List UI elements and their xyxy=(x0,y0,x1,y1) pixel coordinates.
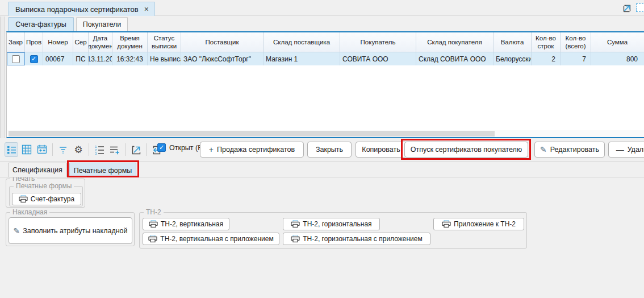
app-window: Выписка подарочных сертификатов × Счета-… xyxy=(0,0,644,298)
cell-buyer[interactable]: СОВИТА ООО xyxy=(340,52,416,65)
col-qty-total[interactable]: Кол-во (всего) xyxy=(561,32,591,52)
pencil-icon: ✎ xyxy=(13,227,20,235)
tn2-group: ТН-2 ТН-2, вертикальная ТН-2, горизонтал… xyxy=(139,212,527,249)
col-currency[interactable]: Валюта xyxy=(494,32,532,52)
float-window-icon[interactable] xyxy=(636,3,644,12)
table-row[interactable]: ✓ 00067 ПС 13.11.20 16:32:43 Не выписана… xyxy=(7,52,644,65)
filter-icon[interactable] xyxy=(56,142,70,157)
button-label: ТН-2, горизонтальная xyxy=(303,220,371,228)
tn2-horizontal-appendix-button[interactable]: ТН-2, горизонтальная с приложением xyxy=(283,233,430,245)
close-icon[interactable]: × xyxy=(144,5,149,13)
col-rows-count[interactable]: Кол-во строк xyxy=(532,32,561,52)
button-label: ТН-2, горизонтальная с приложением xyxy=(303,235,422,243)
col-buyer-warehouse[interactable]: Склад покупателя xyxy=(416,32,494,52)
fill-waybill-attributes-button[interactable]: ✎ Заполнить атрибуты накладной xyxy=(9,217,132,244)
col-date[interactable]: Дата докумен xyxy=(89,32,112,52)
toolbar: ⚙ 1 2 3 xyxy=(0,138,644,161)
button-label: Счет-фактура xyxy=(31,195,74,203)
close-document-button[interactable]: Закрыть xyxy=(307,142,352,158)
button-label: Закрыть xyxy=(316,146,343,154)
checkbox-checked-icon[interactable]: ✓ xyxy=(30,55,38,63)
cell-date[interactable]: 13.11.20 xyxy=(89,52,112,65)
add-list-row-icon[interactable] xyxy=(108,142,122,157)
button-label: Приложение к ТН-2 xyxy=(454,220,516,228)
tn2-vertical-button[interactable]: ТН-2, вертикальная xyxy=(143,218,229,230)
col-time[interactable]: Время докумен xyxy=(112,32,148,52)
col-status[interactable]: Статус выписки xyxy=(148,32,181,52)
cell-rows-count[interactable]: 2 xyxy=(532,52,561,65)
checkbox-unchecked-icon[interactable] xyxy=(12,55,20,63)
expand-window-icon[interactable] xyxy=(621,3,632,14)
print-forms-subgroup: Печатные формы Счет-фактура xyxy=(9,186,83,206)
printer-icon xyxy=(148,235,157,243)
cell-checked[interactable]: ✓ xyxy=(25,52,43,65)
toolbar-separator xyxy=(52,143,53,156)
col-buyer[interactable]: Покупатель xyxy=(340,32,416,52)
grid-view-icon[interactable] xyxy=(20,142,34,157)
checkbox-checked-icon[interactable]: ✓ xyxy=(157,143,166,152)
printer-icon xyxy=(291,235,300,243)
print-invoice-button[interactable]: Счет-фактура xyxy=(12,193,81,205)
toolbar-separator xyxy=(125,143,126,156)
pencil-icon: ✎ xyxy=(540,146,547,154)
tn2-appendix-button[interactable]: Приложение к ТН-2 xyxy=(433,218,524,230)
cell-supplier-warehouse[interactable]: Магазин 1 xyxy=(264,52,340,65)
tab-specification[interactable]: Спецификация xyxy=(8,163,67,177)
copy-button[interactable]: Копировать xyxy=(356,142,407,158)
tab-invoices[interactable]: Счета-фактуры xyxy=(8,17,74,31)
document-tab[interactable]: Выписка подарочных сертификатов × xyxy=(8,2,155,16)
open-external-icon[interactable] xyxy=(129,142,143,157)
printer-icon xyxy=(442,220,451,228)
col-amount[interactable]: Сумма xyxy=(591,32,643,52)
tn2-horizontal-button[interactable]: ТН-2, горизонтальная xyxy=(283,218,380,230)
tab-label: Печатные формы xyxy=(74,167,132,175)
dispatch-certificates-button[interactable]: Отпуск сертификатов покупателю xyxy=(404,142,528,158)
tab-print-forms[interactable]: Печатные формы xyxy=(69,163,136,177)
tn2-group-label: ТН-2 xyxy=(144,208,164,216)
document-tab-title: Выписка подарочных сертификатов xyxy=(15,5,139,14)
button-label: Копировать xyxy=(362,146,400,154)
cell-supplier[interactable]: ЗАО "ЛюксСофтТорг" xyxy=(181,52,264,65)
horizontal-scrollbar[interactable] xyxy=(7,130,644,137)
cell-series[interactable]: ПС xyxy=(73,52,89,65)
printer-icon xyxy=(149,220,158,228)
print-group: Печать Печатные формы Счет-фактура xyxy=(6,179,85,208)
print-forms-subgroup-label: Печатные формы xyxy=(14,182,74,190)
col-closed[interactable]: Закр xyxy=(7,32,25,52)
scrollbar-thumb[interactable] xyxy=(9,131,495,136)
cell-closed[interactable] xyxy=(7,52,25,65)
cell-status[interactable]: Не выписана xyxy=(148,52,181,65)
cell-buyer-warehouse[interactable]: Склад СОВИТА ООО xyxy=(416,52,494,65)
cell-currency[interactable]: Белорусский xyxy=(494,52,532,65)
cell-qty-total[interactable]: 7 xyxy=(561,52,591,65)
list-view-icon[interactable] xyxy=(5,142,18,157)
cell-amount[interactable]: 800 xyxy=(591,52,643,65)
cell-time[interactable]: 16:32:43 xyxy=(112,52,148,65)
col-series[interactable]: Сер xyxy=(73,32,89,52)
calendar-view-icon[interactable] xyxy=(35,142,49,157)
button-label: Редактировать xyxy=(550,146,599,154)
toolbar-separator xyxy=(146,143,147,156)
tn2-vertical-appendix-button[interactable]: ТН-2, вертикальная с приложением xyxy=(143,233,279,245)
col-number[interactable]: Номер xyxy=(43,32,73,52)
numbered-list-icon[interactable]: 1 2 3 xyxy=(93,142,106,157)
edit-button[interactable]: ✎ Редактировать xyxy=(534,142,605,158)
col-supplier-warehouse[interactable]: Склад поставщика xyxy=(264,32,340,52)
delete-button[interactable]: — Удалить xyxy=(608,142,644,158)
check-icon: ✓ xyxy=(31,55,36,63)
certificates-table: Закр Пров Номер Сер Дата докумен Время д… xyxy=(6,31,644,138)
toolbar-separator xyxy=(89,143,89,156)
settings-gear-icon[interactable]: ⚙ xyxy=(72,142,85,157)
button-label: Удалить xyxy=(628,146,644,154)
button-label: Продажа сертификатов xyxy=(217,146,295,154)
button-label: Заполнить атрибуты накладной xyxy=(23,227,127,235)
tab-buyers[interactable]: Покупатели xyxy=(76,17,128,31)
button-label: ТН-2, вертикальная xyxy=(161,220,223,228)
col-checked[interactable]: Пров xyxy=(25,32,43,52)
bottom-panel: Спецификация Печатные формы Печать Печат… xyxy=(0,161,644,298)
sell-certificates-button[interactable]: + Продажа сертификатов xyxy=(200,142,304,158)
waybill-group-label: Накладная xyxy=(10,208,49,216)
cell-number[interactable]: 00067 xyxy=(43,52,73,65)
col-supplier[interactable]: Поставщик xyxy=(181,32,264,52)
printer-icon xyxy=(291,220,300,228)
